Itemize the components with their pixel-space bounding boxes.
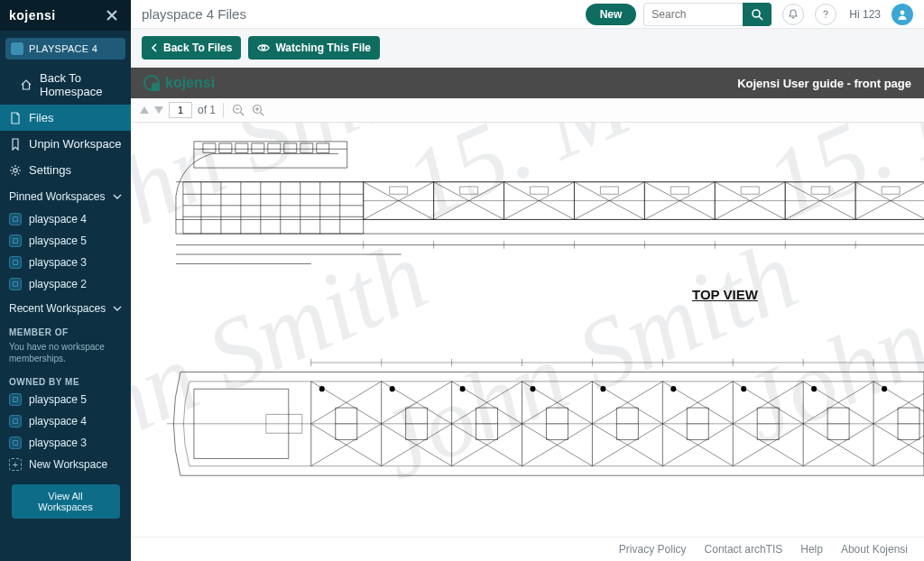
workspace-label: playspace 5 — [29, 235, 87, 247]
svg-line-8 — [241, 113, 245, 116]
pinned-section-label: Pinned Workspaces — [9, 190, 106, 203]
sidebar-close-button[interactable] — [102, 5, 122, 25]
member-of-heading: MEMBER OF — [0, 320, 131, 339]
sidebar-item-label: Files — [29, 111, 53, 124]
chevron-down-icon — [113, 192, 122, 201]
footer-about[interactable]: About Kojensi — [841, 543, 908, 556]
viewer-brand-text: kojensi — [165, 75, 215, 91]
blueprint-drawing — [131, 123, 924, 537]
chevron-left-icon — [5, 80, 13, 89]
workspace-icon — [9, 415, 22, 428]
svg-rect-42 — [390, 187, 408, 194]
search — [643, 3, 772, 26]
footer: Privacy Policy Contact archTIS Help Abou… — [131, 537, 924, 561]
footer-contact[interactable]: Contact archTIS — [705, 543, 783, 556]
workspace-item[interactable]: playspace 3 — [0, 252, 131, 273]
back-to-files-button[interactable]: Back To Files — [142, 36, 241, 60]
sidebar: kojensi PLAYSPACE 4 Back To Homespace Fi… — [0, 0, 131, 561]
svg-point-0 — [14, 168, 17, 171]
sidebar-item-settings[interactable]: Settings — [0, 157, 131, 183]
sidebar-item-back-home[interactable]: Back To Homespace — [0, 65, 131, 105]
svg-rect-66 — [670, 187, 688, 194]
back-to-files-label: Back To Files — [163, 41, 232, 54]
zoom-in-icon — [252, 104, 264, 116]
help-button[interactable] — [815, 4, 836, 25]
footer-help[interactable]: Help — [800, 543, 823, 556]
svg-rect-22 — [268, 143, 281, 152]
owned-by-me-heading: OWNED BY ME — [0, 370, 131, 389]
chevron-left-icon — [151, 43, 158, 52]
svg-point-126 — [530, 386, 535, 391]
svg-point-135 — [600, 386, 605, 391]
main-panel: playspace 4 Files New Hi 123 Bac — [131, 0, 924, 561]
svg-rect-78 — [811, 187, 829, 194]
svg-rect-16 — [194, 142, 347, 168]
workspace-label: playspace 5 — [29, 393, 87, 406]
new-workspace-item[interactable]: + New Workspace — [0, 454, 131, 475]
workspace-item[interactable]: playspace 2 — [0, 273, 131, 295]
pinned-section-toggle[interactable]: Pinned Workspaces — [0, 183, 131, 208]
sidebar-item-files[interactable]: Files — [0, 105, 131, 131]
svg-rect-24 — [300, 143, 313, 152]
topbar: playspace 4 Files New Hi 123 — [131, 0, 924, 29]
close-icon — [106, 9, 118, 22]
footer-privacy[interactable]: Privacy Policy — [619, 543, 687, 556]
zoom-in-button[interactable] — [251, 103, 265, 117]
view-all-workspaces-button[interactable]: View All Workspaces — [12, 484, 120, 519]
page-input[interactable] — [169, 102, 192, 118]
page-title: playspace 4 Files — [142, 6, 578, 22]
user-greeting: Hi 123 — [849, 8, 881, 21]
workspace-item[interactable]: playspace 4 — [0, 410, 131, 432]
workspace-label: playspace 3 — [29, 256, 87, 269]
recent-section-label: Recent Workspaces — [9, 302, 106, 315]
plus-icon: + — [9, 458, 22, 471]
page-total: of 1 — [198, 104, 216, 116]
svg-rect-60 — [600, 187, 618, 194]
svg-rect-54 — [530, 187, 548, 194]
document-viewer: kojensi Kojensi User guide - front page … — [131, 68, 924, 537]
svg-point-108 — [390, 386, 395, 391]
divider — [223, 103, 224, 117]
search-input[interactable] — [643, 3, 743, 26]
prev-page-button[interactable] — [140, 106, 149, 114]
svg-rect-19 — [219, 143, 232, 152]
view-all-label: View All Workspaces — [38, 491, 92, 512]
sidebar-item-unpin[interactable]: Unpin Workspace — [0, 131, 131, 157]
svg-point-153 — [741, 386, 746, 391]
viewer-controls: of 1 — [131, 98, 924, 123]
svg-point-5 — [263, 46, 266, 50]
current-workspace-chip[interactable]: PLAYSPACE 4 — [5, 38, 125, 60]
workspace-icon — [9, 235, 22, 247]
workspace-item[interactable]: playspace 4 — [0, 208, 131, 230]
watching-file-button[interactable]: Watching This File — [248, 36, 380, 60]
home-icon — [20, 78, 32, 91]
workspace-icon — [9, 213, 22, 225]
next-page-button[interactable] — [154, 106, 163, 114]
svg-rect-48 — [460, 187, 478, 194]
recent-section-toggle[interactable]: Recent Workspaces — [0, 295, 131, 320]
user-avatar[interactable] — [892, 4, 913, 25]
document-title: Kojensi User guide - front page — [737, 77, 911, 90]
sidebar-item-label: Back To Homespace — [40, 71, 122, 98]
sidebar-header: kojensi — [0, 0, 131, 31]
svg-rect-18 — [203, 143, 216, 152]
svg-point-117 — [460, 386, 466, 391]
workspace-item[interactable]: playspace 5 — [0, 230, 131, 252]
notifications-button[interactable] — [782, 4, 804, 25]
svg-line-167 — [873, 424, 924, 466]
new-button[interactable]: New — [586, 4, 637, 25]
workspace-item[interactable]: playspace 3 — [0, 432, 131, 454]
new-button-label: New — [600, 8, 623, 21]
workspace-icon — [9, 278, 22, 290]
svg-point-171 — [882, 386, 887, 391]
zoom-out-button[interactable] — [231, 103, 245, 117]
search-button[interactable] — [743, 3, 772, 26]
current-workspace-label: PLAYSPACE 4 — [29, 43, 97, 54]
svg-line-2 — [759, 16, 762, 20]
svg-line-165 — [873, 382, 924, 424]
svg-point-99 — [319, 386, 325, 391]
workspace-item[interactable]: playspace 5 — [0, 389, 131, 410]
brand-logo: kojensi — [9, 8, 56, 23]
document-canvas[interactable]: John Smith 15. M 15. M John Smith John S… — [131, 123, 924, 537]
svg-line-166 — [873, 382, 924, 424]
